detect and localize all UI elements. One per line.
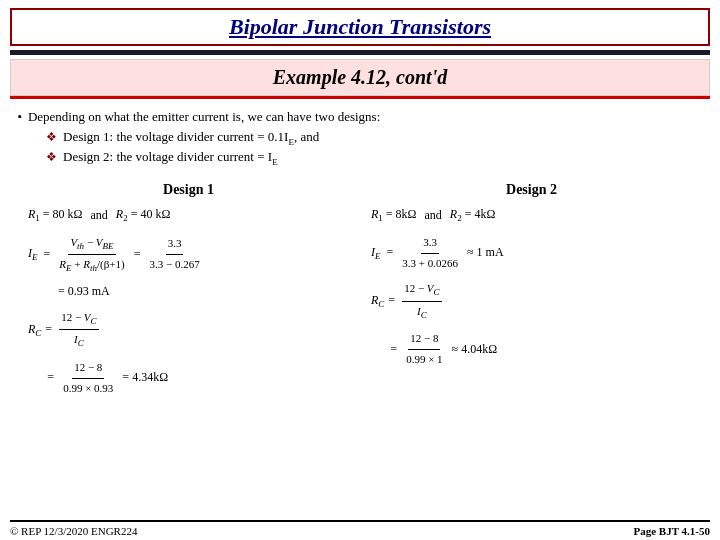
content-area: ▪ Depending on what the emitter current … (0, 99, 720, 520)
design2-ie: IE = 3.3 3.3 + 0.0266 ≈ 1 mA (371, 233, 692, 274)
slide-title: Bipolar Junction Transistors (229, 14, 491, 39)
design2-r2: R2 = 4kΩ (450, 204, 496, 227)
design2-rc-frac2: 12 − 8 0.99 × 1 (404, 329, 444, 370)
design1-ie-frac2: 3.3 3.3 − 0.267 (147, 234, 201, 275)
design1-rc-frac: 12 − VC IC (59, 308, 98, 352)
footer: © REP 12/3/2020 ENGR224 Page BJT 4.1-50 (10, 520, 710, 540)
design2-r1: R1 = 8kΩ (371, 204, 417, 227)
dark-divider (10, 50, 710, 55)
design1-ie-result: = 0.93 mA (28, 281, 349, 303)
sub-bullet-1: ❖ Design 1: the voltage divider current … (46, 129, 702, 147)
designs-area: Design 1 R1 = 80 kΩ and R2 = 40 kΩ IE = … (18, 182, 702, 516)
footer-left: © REP 12/3/2020 ENGR224 (10, 525, 137, 537)
design1-rc-eq: = (45, 319, 52, 341)
design2-r1r2: R1 = 8kΩ and R2 = 4kΩ (371, 204, 692, 227)
main-bullet: ▪ Depending on what the emitter current … (18, 109, 702, 125)
design1-and: and (91, 205, 108, 227)
design2-rc-result: ≈ 4.04kΩ (452, 339, 498, 361)
design2-label: Design 2 (506, 182, 557, 198)
design1-ie-lhs: IE (28, 243, 38, 266)
design2-and: and (425, 205, 442, 227)
sub-bullet-sym-2: ❖ (46, 150, 57, 165)
title-bar: Bipolar Junction Transistors (10, 8, 710, 46)
footer-right: Page BJT 4.1-50 (634, 525, 711, 537)
main-bullet-text: Depending on what the emitter current is… (28, 109, 380, 125)
bullet-section: ▪ Depending on what the emitter current … (18, 109, 702, 168)
design1-formulas: R1 = 80 kΩ and R2 = 40 kΩ IE = Vth − VBE… (28, 204, 349, 404)
sub-bullet-2: ❖ Design 2: the voltage divider current … (46, 149, 702, 167)
design2-ie-equals: = (387, 242, 394, 264)
sub-bullet-text-1: Design 1: the voltage divider current = … (63, 129, 319, 147)
slide: Bipolar Junction Transistors Example 4.1… (0, 0, 720, 540)
design2-rc-eq: = (388, 290, 395, 312)
design1-ie-eq2: = (134, 244, 141, 266)
design2-col: Design 2 R1 = 8kΩ and R2 = 4kΩ IE = 3.3 (361, 182, 702, 516)
bullet-symbol: ▪ (18, 110, 22, 122)
design1-label: Design 1 (163, 182, 214, 198)
design2-rc1: RC = 12 − VC IC (371, 279, 692, 323)
design1-rc-lhs: RC (28, 319, 41, 342)
design1-r1: R1 = 80 kΩ (28, 204, 83, 227)
subtitle-bar: Example 4.12, cont'd (10, 59, 710, 96)
design2-ie-approx: ≈ 1 mA (467, 242, 504, 264)
sub-bullet-text-2: Design 2: the voltage divider current = … (63, 149, 278, 167)
sub-bullet-sym-1: ❖ (46, 130, 57, 145)
design1-ie-equals: = (44, 244, 51, 266)
design2-rc-lhs: RC (371, 290, 384, 313)
design1-rc-frac2: 12 − 8 0.99 × 0.93 (61, 358, 115, 399)
design1-rc-result: = 4.34kΩ (122, 367, 168, 389)
design2-ie-frac: 3.3 3.3 + 0.0266 (400, 233, 460, 274)
design2-rc2: RC = 12 − 8 0.99 × 1 ≈ 4.04kΩ (371, 329, 692, 370)
subtitle: Example 4.12, cont'd (273, 66, 447, 88)
design2-formulas: R1 = 8kΩ and R2 = 4kΩ IE = 3.3 3.3 + 0.0… (371, 204, 692, 376)
design2-rc-frac: 12 − VC IC (402, 279, 441, 323)
design1-r2: R2 = 40 kΩ (116, 204, 171, 227)
design1-r1r2: R1 = 80 kΩ and R2 = 40 kΩ (28, 204, 349, 227)
design2-ie-lhs: IE (371, 242, 381, 265)
design1-ie: IE = Vth − VBE RE + Rth/(β+1) = 3.3 3.3 … (28, 233, 349, 277)
sub-bullets: ❖ Design 1: the voltage divider current … (46, 129, 702, 166)
design1-col: Design 1 R1 = 80 kΩ and R2 = 40 kΩ IE = … (18, 182, 359, 516)
design1-rc1: RC = 12 − VC IC (28, 308, 349, 352)
design1-rc2: RC = 12 − 8 0.99 × 0.93 = 4.34kΩ (28, 358, 349, 399)
design1-ie-result-text: = 0.93 mA (58, 281, 110, 303)
design1-ie-frac1: Vth − VBE RE + Rth/(β+1) (57, 233, 126, 277)
